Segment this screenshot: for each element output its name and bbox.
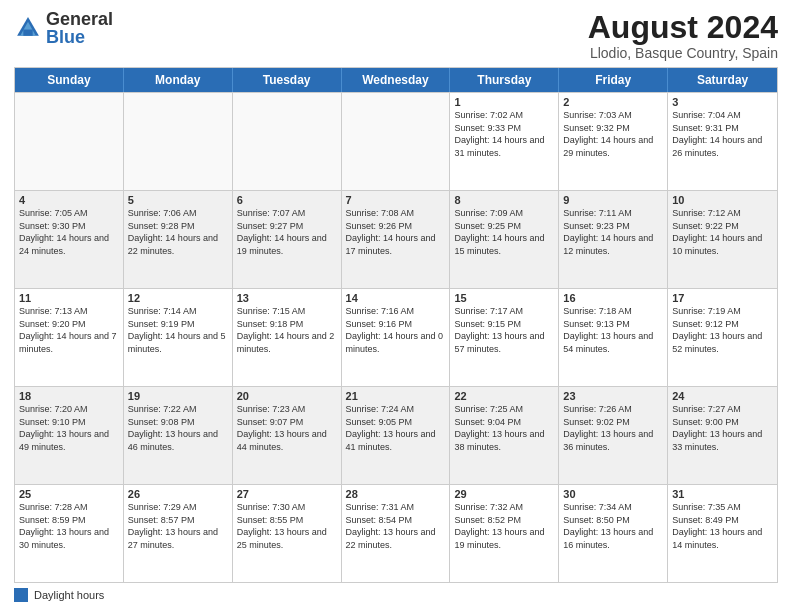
day-detail-text: Sunrise: 7:02 AM Sunset: 9:33 PM Dayligh… [454, 109, 554, 159]
table-row: 23Sunrise: 7:26 AM Sunset: 9:02 PM Dayli… [559, 387, 668, 484]
title-block: August 2024 Llodio, Basque Country, Spai… [588, 10, 778, 61]
day-detail-text: Sunrise: 7:19 AM Sunset: 9:12 PM Dayligh… [672, 305, 773, 355]
day-detail-text: Sunrise: 7:27 AM Sunset: 9:00 PM Dayligh… [672, 403, 773, 453]
day-number: 31 [672, 488, 773, 500]
calendar-header-day: Thursday [450, 68, 559, 92]
day-detail-text: Sunrise: 7:14 AM Sunset: 9:19 PM Dayligh… [128, 305, 228, 355]
table-row: 31Sunrise: 7:35 AM Sunset: 8:49 PM Dayli… [668, 485, 777, 582]
day-number: 13 [237, 292, 337, 304]
day-number: 10 [672, 194, 773, 206]
day-number: 11 [19, 292, 119, 304]
day-detail-text: Sunrise: 7:25 AM Sunset: 9:04 PM Dayligh… [454, 403, 554, 453]
page: General Blue August 2024 Llodio, Basque … [0, 0, 792, 612]
day-detail-text: Sunrise: 7:07 AM Sunset: 9:27 PM Dayligh… [237, 207, 337, 257]
table-row: 4Sunrise: 7:05 AM Sunset: 9:30 PM Daylig… [15, 191, 124, 288]
table-row: 5Sunrise: 7:06 AM Sunset: 9:28 PM Daylig… [124, 191, 233, 288]
logo-text: General Blue [46, 10, 113, 46]
day-detail-text: Sunrise: 7:18 AM Sunset: 9:13 PM Dayligh… [563, 305, 663, 355]
footer: Daylight hours [14, 588, 778, 602]
day-detail-text: Sunrise: 7:03 AM Sunset: 9:32 PM Dayligh… [563, 109, 663, 159]
calendar-header: SundayMondayTuesdayWednesdayThursdayFrid… [15, 68, 777, 92]
table-row: 24Sunrise: 7:27 AM Sunset: 9:00 PM Dayli… [668, 387, 777, 484]
table-row: 10Sunrise: 7:12 AM Sunset: 9:22 PM Dayli… [668, 191, 777, 288]
day-detail-text: Sunrise: 7:13 AM Sunset: 9:20 PM Dayligh… [19, 305, 119, 355]
day-number: 21 [346, 390, 446, 402]
table-row: 20Sunrise: 7:23 AM Sunset: 9:07 PM Dayli… [233, 387, 342, 484]
day-detail-text: Sunrise: 7:15 AM Sunset: 9:18 PM Dayligh… [237, 305, 337, 355]
day-number: 6 [237, 194, 337, 206]
table-row [342, 93, 451, 190]
calendar: SundayMondayTuesdayWednesdayThursdayFrid… [14, 67, 778, 583]
table-row [15, 93, 124, 190]
table-row: 19Sunrise: 7:22 AM Sunset: 9:08 PM Dayli… [124, 387, 233, 484]
table-row [233, 93, 342, 190]
logo-general-text: General [46, 10, 113, 28]
day-number: 3 [672, 96, 773, 108]
header: General Blue August 2024 Llodio, Basque … [14, 10, 778, 61]
table-row [124, 93, 233, 190]
calendar-week-row: 1Sunrise: 7:02 AM Sunset: 9:33 PM Daylig… [15, 92, 777, 190]
day-detail-text: Sunrise: 7:08 AM Sunset: 9:26 PM Dayligh… [346, 207, 446, 257]
page-subtitle: Llodio, Basque Country, Spain [588, 45, 778, 61]
day-number: 2 [563, 96, 663, 108]
table-row: 21Sunrise: 7:24 AM Sunset: 9:05 PM Dayli… [342, 387, 451, 484]
day-number: 25 [19, 488, 119, 500]
day-number: 5 [128, 194, 228, 206]
day-number: 4 [19, 194, 119, 206]
day-number: 30 [563, 488, 663, 500]
day-detail-text: Sunrise: 7:35 AM Sunset: 8:49 PM Dayligh… [672, 501, 773, 551]
table-row: 28Sunrise: 7:31 AM Sunset: 8:54 PM Dayli… [342, 485, 451, 582]
table-row: 8Sunrise: 7:09 AM Sunset: 9:25 PM Daylig… [450, 191, 559, 288]
legend-label: Daylight hours [34, 589, 104, 601]
day-number: 17 [672, 292, 773, 304]
table-row: 7Sunrise: 7:08 AM Sunset: 9:26 PM Daylig… [342, 191, 451, 288]
calendar-header-day: Friday [559, 68, 668, 92]
table-row: 27Sunrise: 7:30 AM Sunset: 8:55 PM Dayli… [233, 485, 342, 582]
day-detail-text: Sunrise: 7:17 AM Sunset: 9:15 PM Dayligh… [454, 305, 554, 355]
day-detail-text: Sunrise: 7:26 AM Sunset: 9:02 PM Dayligh… [563, 403, 663, 453]
day-number: 18 [19, 390, 119, 402]
day-number: 15 [454, 292, 554, 304]
logo-blue-text: Blue [46, 28, 113, 46]
day-detail-text: Sunrise: 7:16 AM Sunset: 9:16 PM Dayligh… [346, 305, 446, 355]
day-detail-text: Sunrise: 7:12 AM Sunset: 9:22 PM Dayligh… [672, 207, 773, 257]
day-detail-text: Sunrise: 7:23 AM Sunset: 9:07 PM Dayligh… [237, 403, 337, 453]
day-detail-text: Sunrise: 7:24 AM Sunset: 9:05 PM Dayligh… [346, 403, 446, 453]
table-row: 29Sunrise: 7:32 AM Sunset: 8:52 PM Dayli… [450, 485, 559, 582]
calendar-header-day: Saturday [668, 68, 777, 92]
calendar-week-row: 4Sunrise: 7:05 AM Sunset: 9:30 PM Daylig… [15, 190, 777, 288]
table-row: 22Sunrise: 7:25 AM Sunset: 9:04 PM Dayli… [450, 387, 559, 484]
svg-rect-2 [23, 30, 32, 36]
table-row: 12Sunrise: 7:14 AM Sunset: 9:19 PM Dayli… [124, 289, 233, 386]
day-detail-text: Sunrise: 7:06 AM Sunset: 9:28 PM Dayligh… [128, 207, 228, 257]
calendar-header-day: Tuesday [233, 68, 342, 92]
page-title: August 2024 [588, 10, 778, 45]
calendar-week-row: 11Sunrise: 7:13 AM Sunset: 9:20 PM Dayli… [15, 288, 777, 386]
day-number: 22 [454, 390, 554, 402]
calendar-header-day: Monday [124, 68, 233, 92]
calendar-body: 1Sunrise: 7:02 AM Sunset: 9:33 PM Daylig… [15, 92, 777, 582]
day-number: 23 [563, 390, 663, 402]
day-number: 24 [672, 390, 773, 402]
table-row: 18Sunrise: 7:20 AM Sunset: 9:10 PM Dayli… [15, 387, 124, 484]
day-detail-text: Sunrise: 7:29 AM Sunset: 8:57 PM Dayligh… [128, 501, 228, 551]
day-detail-text: Sunrise: 7:04 AM Sunset: 9:31 PM Dayligh… [672, 109, 773, 159]
day-number: 27 [237, 488, 337, 500]
logo-icon [14, 14, 42, 42]
table-row: 9Sunrise: 7:11 AM Sunset: 9:23 PM Daylig… [559, 191, 668, 288]
table-row: 17Sunrise: 7:19 AM Sunset: 9:12 PM Dayli… [668, 289, 777, 386]
calendar-header-day: Sunday [15, 68, 124, 92]
calendar-week-row: 25Sunrise: 7:28 AM Sunset: 8:59 PM Dayli… [15, 484, 777, 582]
table-row: 14Sunrise: 7:16 AM Sunset: 9:16 PM Dayli… [342, 289, 451, 386]
calendar-header-day: Wednesday [342, 68, 451, 92]
day-number: 12 [128, 292, 228, 304]
table-row: 1Sunrise: 7:02 AM Sunset: 9:33 PM Daylig… [450, 93, 559, 190]
table-row: 30Sunrise: 7:34 AM Sunset: 8:50 PM Dayli… [559, 485, 668, 582]
day-detail-text: Sunrise: 7:32 AM Sunset: 8:52 PM Dayligh… [454, 501, 554, 551]
table-row: 11Sunrise: 7:13 AM Sunset: 9:20 PM Dayli… [15, 289, 124, 386]
day-number: 8 [454, 194, 554, 206]
logo: General Blue [14, 10, 113, 46]
day-detail-text: Sunrise: 7:30 AM Sunset: 8:55 PM Dayligh… [237, 501, 337, 551]
day-detail-text: Sunrise: 7:09 AM Sunset: 9:25 PM Dayligh… [454, 207, 554, 257]
day-number: 28 [346, 488, 446, 500]
